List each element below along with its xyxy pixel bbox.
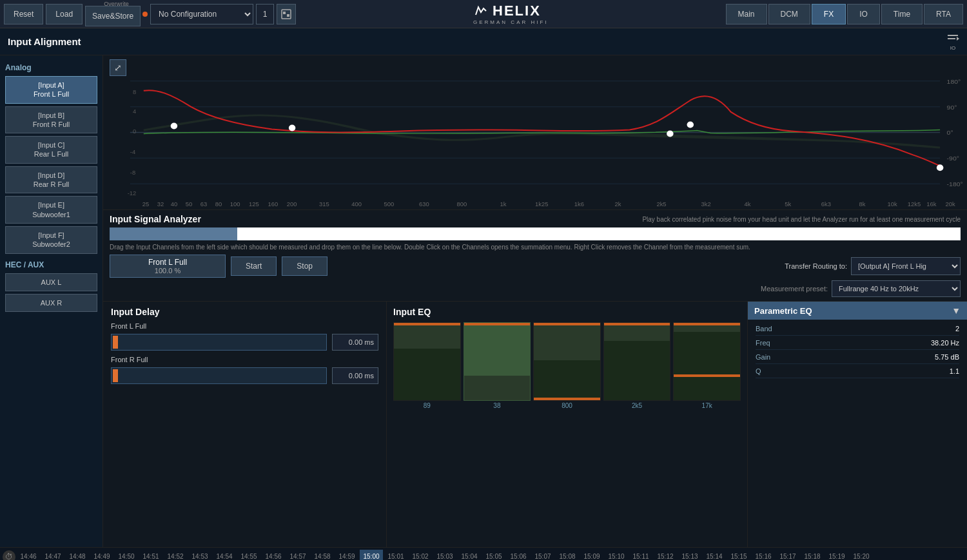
eq-band-label-89: 89 (424, 402, 431, 409)
helix-logo-icon (473, 3, 489, 19)
svg-text:4k: 4k (745, 201, 751, 208)
svg-text:-12: -12 (128, 190, 137, 197)
time-slot-1458[interactable]: 14:58 (311, 550, 334, 561)
time-slot-1518[interactable]: 15:18 (801, 550, 824, 561)
time-slot-1511[interactable]: 15:11 (629, 550, 652, 561)
time-slot-1506[interactable]: 15:06 (507, 550, 530, 561)
parametric-eq-section: Parametric EQ ▼ Band 2 Freq 38.20 Hz Gai… (748, 302, 967, 547)
sidebar-item-aux-r[interactable]: AUX R (5, 294, 97, 312)
config-icon[interactable] (277, 4, 296, 24)
time-slot-1447[interactable]: 14:47 (41, 550, 64, 561)
eq-param-label-band: Band (756, 325, 788, 333)
channel-pct: 100.0 % (117, 267, 219, 275)
time-slot-1446[interactable]: 14:46 (17, 550, 40, 561)
tab-fx[interactable]: FX (812, 4, 846, 24)
time-slot-1517[interactable]: 15:17 (776, 550, 799, 561)
eq-band-89[interactable]: 89 (393, 322, 461, 409)
eq-bar-fill-17k (674, 325, 740, 332)
eq-band-800[interactable]: 800 (533, 322, 601, 409)
svg-text:20k: 20k (946, 201, 956, 208)
svg-text:16k: 16k (926, 201, 937, 208)
eq-bar-mid-17k (674, 374, 740, 377)
eq-bar-800 (533, 322, 601, 401)
delay-slider-handle-0[interactable] (113, 336, 118, 349)
tab-time[interactable]: Time (881, 4, 923, 24)
input-eq-section: Input EQ 89 (387, 302, 748, 547)
time-slot-1507[interactable]: 15:07 (531, 550, 554, 561)
time-slot-1515[interactable]: 15:15 (727, 550, 750, 561)
config-select[interactable]: No Configuration (150, 4, 253, 24)
time-slot-1505[interactable]: 15:05 (482, 550, 505, 561)
hec-aux-label: HEC / AUX (5, 260, 97, 269)
svg-rect-2 (287, 14, 289, 17)
preset-select[interactable]: Fullrange 40 Hz to 20kHz (832, 280, 961, 297)
tab-dcm[interactable]: DCM (768, 4, 810, 24)
time-slot-1512[interactable]: 15:12 (654, 550, 677, 561)
start-button[interactable]: Start (231, 256, 277, 276)
time-slot-1500[interactable]: 15:00 (360, 550, 383, 561)
time-slot-1452[interactable]: 14:52 (164, 550, 187, 561)
time-slot-1516[interactable]: 15:16 (752, 550, 775, 561)
time-slot-1502[interactable]: 15:02 (409, 550, 432, 561)
delay-slider-track-0[interactable] (111, 334, 327, 351)
svg-rect-1 (283, 12, 286, 14)
time-slot-1519[interactable]: 15:19 (825, 550, 848, 561)
time-slot-1514[interactable]: 15:14 (703, 550, 726, 561)
svg-text:315: 315 (319, 201, 329, 208)
time-slot-1508[interactable]: 15:08 (556, 550, 579, 561)
sidebar-item-input-a[interactable]: [Input A]Front L Full (5, 76, 97, 104)
preset-label: Measurement preset: (761, 285, 828, 293)
time-slot-1509[interactable]: 15:09 (580, 550, 603, 561)
reset-button[interactable]: Reset (4, 4, 43, 24)
to-icon[interactable]: IO (946, 32, 959, 51)
svg-rect-3 (948, 35, 958, 36)
time-slot-1449[interactable]: 14:49 (90, 550, 113, 561)
delay-value-1: 0.00 ms (332, 367, 378, 384)
time-slot-1453[interactable]: 14:53 (188, 550, 211, 561)
svg-text:25: 25 (142, 201, 149, 208)
analog-group-label: Analog (5, 63, 97, 72)
input-delay-section: Input Delay Front L Full 0.00 ms Front R… (103, 302, 387, 547)
sidebar-item-aux-l[interactable]: AUX L (5, 273, 97, 291)
svg-text:80: 80 (215, 201, 222, 208)
time-slot-1503[interactable]: 15:03 (433, 550, 456, 561)
sidebar-item-input-c[interactable]: [Input C]Rear L Full (5, 136, 97, 164)
time-slot-1454[interactable]: 14:54 (213, 550, 236, 561)
eq-band-17k[interactable]: 17k (673, 322, 741, 409)
delay-slider-track-1[interactable] (111, 367, 327, 384)
tab-rta[interactable]: RTA (924, 4, 963, 24)
sidebar-item-input-e[interactable]: [Input E]Subwoofer1 (5, 196, 97, 224)
tab-io[interactable]: IO (847, 4, 880, 24)
time-slot-1450[interactable]: 14:50 (115, 550, 138, 561)
time-slot-1451[interactable]: 14:51 (139, 550, 162, 561)
time-slot-1448[interactable]: 14:48 (66, 550, 89, 561)
save-store-button[interactable]: Save&Store (85, 6, 141, 26)
delay-slider-handle-1[interactable] (113, 369, 118, 382)
sidebar-item-input-d[interactable]: [Input D]Rear R Full (5, 166, 97, 194)
time-slot-1457[interactable]: 14:57 (286, 550, 309, 561)
delay-slider-row-0: 0.00 ms (111, 334, 378, 351)
stop-button[interactable]: Stop (282, 256, 327, 276)
time-slot-1520[interactable]: 15:20 (850, 550, 873, 561)
eq-param-value-q: 1.1 (788, 367, 959, 375)
eq-param-value-band: 2 (788, 325, 959, 333)
sidebar-item-input-b[interactable]: [Input B]Front R Full (5, 106, 97, 134)
time-slot-1501[interactable]: 15:01 (384, 550, 407, 561)
parametric-eq-dropdown-icon[interactable]: ▼ (952, 305, 961, 316)
time-slot-1504[interactable]: 15:04 (458, 550, 481, 561)
logo-area: HELIX German Car HiFi (298, 3, 723, 25)
tab-main[interactable]: Main (726, 4, 767, 24)
graph-expand-button[interactable]: ⤢ (110, 59, 126, 76)
time-slot-1513[interactable]: 15:13 (678, 550, 701, 561)
time-slot-1455[interactable]: 14:55 (237, 550, 260, 561)
time-slot-1510[interactable]: 15:10 (605, 550, 628, 561)
sidebar: Analog [Input A]Front L Full [Input B]Fr… (0, 55, 103, 547)
signal-analyzer-hint: Play back correlated pink noise from you… (642, 216, 961, 223)
load-button[interactable]: Load (46, 4, 83, 24)
sidebar-item-input-f[interactable]: [Input F]Subwoofer2 (5, 226, 97, 254)
transfer-select[interactable]: [Output A] Front L Hig (851, 257, 961, 275)
eq-band-2k5[interactable]: 2k5 (603, 322, 671, 409)
time-slot-1456[interactable]: 14:56 (262, 550, 285, 561)
time-slot-1459[interactable]: 14:59 (335, 550, 358, 561)
eq-band-38[interactable]: 38 (464, 322, 531, 409)
